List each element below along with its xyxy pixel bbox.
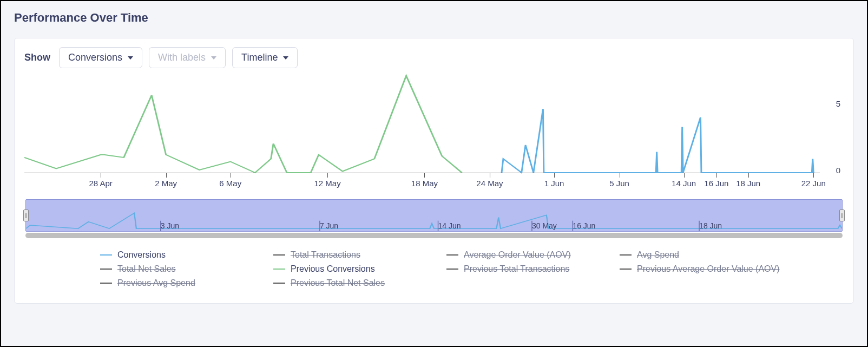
legend-item[interactable]: Previous Conversions — [273, 264, 436, 274]
y-tick-label: 0 — [836, 166, 840, 175]
legend-swatch — [446, 269, 458, 270]
x-tick — [101, 173, 101, 178]
legend-label: Previous Avg Spend — [117, 278, 195, 288]
legend-swatch — [100, 269, 112, 270]
legend-label: Total Transactions — [291, 250, 360, 260]
legend-label: Previous Average Order Value (AOV) — [637, 264, 780, 274]
navigator-handle-right[interactable]: || — [839, 209, 845, 221]
legend-item[interactable]: Total Transactions — [273, 250, 436, 260]
x-tick — [554, 173, 555, 178]
legend-swatch — [620, 269, 632, 270]
legend-swatch — [446, 254, 458, 256]
navigator-handle-left[interactable]: || — [23, 209, 29, 221]
legend-label: Avg Spend — [637, 250, 679, 260]
x-tick-label: 12 May — [314, 179, 340, 188]
chart-legend: ConversionsTotal TransactionsAverage Ord… — [100, 250, 844, 288]
x-tick — [748, 173, 749, 178]
legend-swatch — [273, 283, 285, 284]
main-chart[interactable]: 5 0 28 Apr2 May6 May12 May18 May24 May1 … — [24, 76, 844, 189]
x-tick — [327, 173, 328, 178]
x-tick-label: 6 May — [219, 179, 241, 188]
x-tick-label: 2 May — [155, 179, 177, 188]
navigator-scrollbar[interactable] — [25, 233, 843, 238]
legend-item[interactable]: Total Net Sales — [100, 264, 262, 274]
legend-swatch — [273, 254, 285, 256]
x-tick — [166, 173, 167, 178]
x-tick — [490, 173, 490, 178]
mode-dropdown-label: Timeline — [241, 52, 278, 63]
y-tick-label: 5 — [836, 99, 840, 108]
navigator-tick-label: 18 Jun — [699, 221, 722, 230]
mode-dropdown[interactable]: Timeline — [232, 47, 298, 68]
x-tick — [620, 173, 620, 178]
x-tick — [716, 173, 717, 178]
x-tick — [231, 173, 231, 178]
x-tick — [813, 173, 814, 178]
x-tick-label: 18 Jun — [736, 179, 760, 188]
x-tick-label: 5 Jun — [609, 179, 629, 188]
legend-swatch — [273, 269, 285, 270]
legend-item[interactable]: Previous Avg Spend — [100, 278, 262, 288]
legend-swatch — [100, 254, 112, 256]
chart-card: Show Conversions With labels Timeline 5 … — [14, 38, 854, 304]
legend-swatch — [620, 254, 632, 256]
navigator-tick-label: 30 May — [532, 221, 557, 230]
page-title: Performance Over Time — [14, 11, 854, 25]
x-tick-label: 22 Jun — [801, 179, 826, 188]
legend-label: Previous Conversions — [291, 264, 375, 274]
x-tick — [684, 173, 685, 178]
metric-dropdown-label: Conversions — [68, 52, 122, 63]
legend-label: Conversions — [117, 250, 166, 260]
legend-label: Total Net Sales — [117, 264, 176, 274]
legend-item[interactable]: Average Order Value (AOV) — [446, 250, 609, 260]
navigator-tick-label: 7 Jun — [320, 221, 338, 230]
x-tick-label: 14 Jun — [672, 179, 696, 188]
chart-controls: Show Conversions With labels Timeline — [24, 47, 844, 68]
navigator-tick-label: 14 Jun — [438, 221, 461, 230]
x-tick-label: 24 May — [476, 179, 503, 188]
x-tick-label: 18 May — [411, 179, 438, 188]
x-tick-label: 28 Apr — [89, 179, 112, 188]
legend-swatch — [100, 283, 112, 284]
legend-item[interactable]: Avg Spend — [620, 250, 782, 260]
labels-dropdown[interactable]: With labels — [149, 47, 226, 68]
timeline-navigator[interactable]: || || 3 Jun7 Jun14 Jun30 May16 Jun18 Jun — [25, 199, 843, 232]
chevron-down-icon — [211, 56, 216, 60]
navigator-tick-label: 3 Jun — [161, 221, 179, 230]
legend-label: Previous Total Net Sales — [291, 278, 385, 288]
legend-label: Average Order Value (AOV) — [464, 250, 571, 260]
series-conversions — [502, 109, 813, 173]
x-tick-label: 1 Jun — [544, 179, 564, 188]
x-tick-label: 16 Jun — [704, 179, 728, 188]
metric-dropdown[interactable]: Conversions — [59, 47, 142, 68]
legend-item[interactable]: Previous Average Order Value (AOV) — [620, 264, 782, 274]
legend-item[interactable]: Previous Total Transactions — [446, 264, 609, 274]
navigator-tick-label: 16 Jun — [573, 221, 595, 230]
legend-label: Previous Total Transactions — [464, 264, 569, 274]
chevron-down-icon — [128, 56, 133, 60]
labels-dropdown-label: With labels — [158, 52, 206, 63]
chevron-down-icon — [283, 56, 288, 60]
series-previous-conversions — [24, 76, 462, 173]
legend-item[interactable]: Previous Total Net Sales — [273, 278, 436, 288]
show-label: Show — [24, 52, 50, 63]
legend-item[interactable]: Conversions — [100, 250, 262, 260]
x-tick — [424, 173, 425, 178]
